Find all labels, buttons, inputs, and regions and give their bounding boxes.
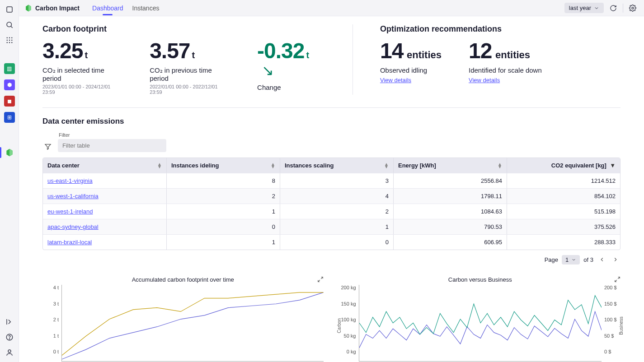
table-row: apac-sydney-global01790.53375.526	[43, 219, 620, 234]
time-range-select[interactable]: last year	[564, 3, 604, 13]
chart-accumulated: Accumulated carbon footprint over time 4…	[42, 276, 324, 362]
metric-previous: 3.57t CO₂ in previous time period 2022/0…	[150, 40, 230, 95]
svg-line-20	[618, 277, 620, 279]
tabs: Dashboard Instances	[92, 1, 159, 15]
svg-line-18	[321, 277, 323, 279]
settings-button[interactable]	[627, 2, 639, 14]
svg-point-9	[6, 42, 7, 43]
emissions-table: Data center▲▼ Instances ideling ▲▼ Insta…	[42, 158, 620, 250]
svg-point-6	[6, 40, 7, 41]
sidebar: ▥ ⬢ ◼ ⊞	[0, 0, 19, 362]
svg-line-21	[615, 280, 617, 282]
chevron-down-icon	[571, 257, 576, 262]
svg-point-7	[9, 40, 9, 41]
metric-idling: 14 entities Observed idling View details	[380, 40, 442, 84]
table-row: latam-brazil-local10606.95288.333	[43, 234, 620, 250]
help-icon[interactable]	[5, 332, 14, 342]
dc-link[interactable]: apac-sydney-global	[47, 223, 99, 230]
tab-dashboard[interactable]: Dashboard	[92, 1, 123, 15]
apps-grid-icon[interactable]	[5, 35, 14, 45]
sidebar-app-carbon[interactable]	[4, 147, 15, 158]
trend-down-icon: ↘	[262, 62, 274, 79]
svg-rect-0	[7, 7, 12, 12]
svg-point-4	[9, 37, 9, 38]
svg-point-15	[8, 350, 11, 353]
app-name: Carbon Impact	[35, 5, 80, 12]
metric-current: 3.25t CO₂ in selected time period 2023/0…	[42, 40, 122, 95]
col-idling[interactable]: Instances ideling ▲▼	[167, 158, 280, 173]
expand-chart-button[interactable]	[317, 276, 324, 284]
col-scaling[interactable]: Instances scaling ▲▼	[280, 158, 394, 173]
col-co2[interactable]: CO2 equivalent [kg] ▼	[507, 158, 620, 173]
table-row: eu-west-1-ireland121084.63515.198	[43, 204, 620, 219]
footprint-title: Carbon footprint	[42, 24, 325, 34]
dc-link[interactable]: eu-west-1-ireland	[47, 208, 93, 215]
filter-input[interactable]	[58, 139, 166, 152]
expand-chart-button[interactable]	[614, 276, 620, 284]
metric-scaledown: 12 entities Identified for scale down Vi…	[469, 40, 542, 84]
sidebar-app-1[interactable]: ▥	[4, 63, 15, 74]
svg-point-16	[632, 7, 634, 9]
search-icon[interactable]	[5, 20, 14, 30]
brand-icon	[24, 4, 33, 12]
recs-title: Optimization recommendations	[380, 24, 620, 34]
filter-icon[interactable]	[42, 141, 53, 152]
svg-point-8	[11, 40, 12, 41]
sidebar-app-2[interactable]: ⬢	[4, 79, 15, 90]
svg-point-11	[11, 42, 12, 43]
page-prev[interactable]	[597, 255, 607, 265]
idling-details-link[interactable]: View details	[380, 77, 411, 84]
dc-link[interactable]: us-east-1-virginia	[47, 177, 93, 184]
sidebar-app-3[interactable]: ◼	[4, 96, 15, 107]
svg-line-19	[318, 280, 320, 282]
brand: Carbon Impact	[24, 4, 80, 12]
emissions-title: Data center emissions	[42, 117, 620, 126]
svg-point-10	[9, 42, 9, 43]
chart-carbon-business: Carbon versus Business Carbon 200 kg150 …	[340, 276, 621, 362]
user-icon[interactable]	[5, 348, 14, 357]
page-next[interactable]	[611, 255, 620, 265]
filter-label: Filter	[59, 132, 166, 138]
svg-point-5	[11, 37, 12, 38]
svg-point-3	[6, 37, 7, 38]
table-row: us-west-1-california241798.11854.102	[43, 188, 620, 204]
topbar: Carbon Impact Dashboard Instances last y…	[19, 0, 644, 16]
svg-point-1	[7, 22, 12, 27]
col-datacenter[interactable]: Data center▲▼	[43, 158, 167, 173]
dc-link[interactable]: us-west-1-california	[47, 193, 99, 200]
table-row: us-east-1-virginia832556.841214.512	[43, 173, 620, 188]
scaledown-details-link[interactable]: View details	[469, 77, 500, 84]
svg-line-2	[11, 26, 13, 28]
sidebar-app-4[interactable]: ⊞	[4, 112, 15, 123]
chevron-down-icon	[594, 5, 599, 11]
svg-point-14	[9, 339, 9, 339]
page-select[interactable]: 1	[562, 255, 580, 265]
metric-change: -0.32t ↘ Change	[257, 40, 325, 95]
col-energy[interactable]: Energy [kWh] ▲▼	[394, 158, 507, 173]
logo-icon[interactable]	[5, 5, 14, 14]
time-range-label: last year	[569, 5, 591, 11]
svg-marker-17	[45, 144, 51, 149]
refresh-button[interactable]	[607, 2, 619, 14]
expand-sidebar-icon[interactable]	[5, 317, 14, 327]
pager: Page 1 of 3	[42, 255, 620, 265]
dc-link[interactable]: latam-brazil-local	[47, 239, 92, 246]
tab-instances[interactable]: Instances	[132, 1, 160, 15]
